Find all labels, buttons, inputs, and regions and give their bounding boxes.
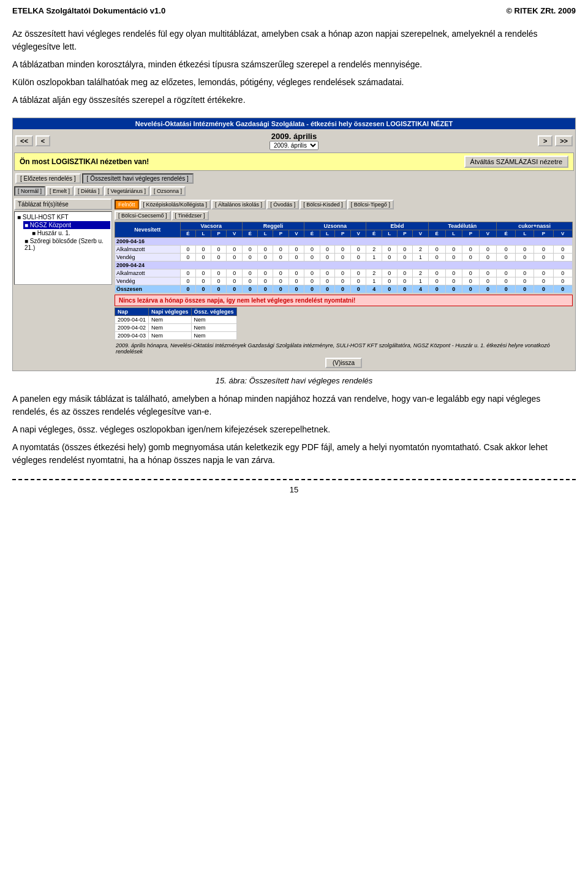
table-cell: 0 (534, 285, 553, 293)
table-cell: 0 (196, 269, 211, 277)
th-r-l2: L (258, 230, 273, 238)
table-cell: 0 (553, 285, 572, 293)
nav-prev-prev-button[interactable]: << (15, 135, 33, 146)
age-tab-tinedzser[interactable]: [ Tinédzser ] (172, 211, 209, 220)
table-cell: 0 (258, 285, 273, 293)
age-tab-bolcsi-tipego[interactable]: [ Bölcsi-Tipegő ] (347, 200, 394, 209)
table-cell: 0 (479, 246, 496, 254)
type-tabs: [ Normál ] [ Emelt ] [ Diétás ] [ Vegetá… (13, 185, 575, 197)
header-left-title: ETELKA Szolgáltatói Dokumentáció v1.0 (12, 6, 165, 15)
vissza-button[interactable]: (V)issza (325, 358, 362, 368)
th-t-v5: V (479, 230, 496, 238)
age-tab-ovoda[interactable]: [ Óvodás ] (266, 200, 299, 209)
tab-elozetes-rendeles[interactable]: [ Előzetes rendelés ] (15, 173, 81, 184)
footer-info: 2009. április hónapra, Nevelési-Oktatási… (113, 341, 574, 356)
age-tab-bolcsi-csecse[interactable]: [ Bölcsi-Csecsemő ] (115, 211, 171, 220)
table-cell: 0 (497, 246, 516, 254)
tab-osszesitett-havi[interactable]: [ Összesített havi végleges rendelés ] (82, 173, 194, 184)
table-cell: 4 (413, 285, 429, 293)
table-cell: 0 (516, 277, 534, 285)
warning-text: Nincs lezárva a hónap összes napja, így … (119, 297, 355, 304)
table-cell: 0 (258, 277, 273, 285)
table-cell: 0 (288, 254, 304, 262)
th-t-e5: É (428, 230, 445, 238)
table-cell: 0 (462, 254, 479, 262)
table-row: Alkalmazott (115, 269, 181, 277)
table-cell: 0 (180, 269, 196, 277)
table-cell: 0 (534, 246, 553, 254)
table-cell: 0 (350, 254, 366, 262)
table-cell: 0 (553, 277, 572, 285)
daily-table-container: Nap Napi végleges Össz. végleges 2009-04… (115, 307, 573, 340)
table-cell: 0 (350, 285, 366, 293)
th-r-p2: P (273, 230, 289, 238)
age-tabs-row1: Felnőtt [ Középiskolás/Kollégista ] [ Ál… (113, 198, 574, 209)
table-cell: 0 (304, 246, 320, 254)
page-header: ETELKA Szolgáltatói Dokumentáció v1.0 © … (0, 0, 588, 20)
type-tab-dietas[interactable]: [ Diétás ] (74, 186, 104, 196)
table-cell: 0 (445, 277, 462, 285)
post-text: A panelen egy másik táblázat is találhat… (12, 393, 576, 467)
tree-item-ngsz-kozpont[interactable]: ■ NGSZ Központ (23, 221, 110, 229)
table-cell: 0 (304, 254, 320, 262)
main-tabs-bar: [ Előzetes rendelés ] [ Összesített havi… (13, 172, 575, 185)
table-cell: 0 (335, 246, 351, 254)
type-tab-ozsonna[interactable]: [ Ozsonna ] (150, 186, 186, 196)
nav-next-button[interactable]: > (538, 135, 552, 146)
table-cell: 0 (445, 254, 462, 262)
type-tab-normal[interactable]: [ Normál ] (14, 186, 45, 196)
nav-prev-button[interactable]: < (36, 135, 50, 146)
table-cell: 1 (413, 277, 429, 285)
intro-para1: Az összesített havi végleges rendelés fü… (12, 28, 576, 53)
table-cell: 0 (497, 277, 516, 285)
table-cell: 0 (211, 254, 227, 262)
th-t-l5: L (445, 230, 462, 238)
table-cell: 0 (288, 246, 304, 254)
tree-item-huszar[interactable]: ■ Huszár u. 1. (31, 229, 110, 237)
daily-cell-napi: Nem (149, 324, 192, 332)
table-cell: 0 (180, 285, 196, 293)
age-tab-kozepiskola[interactable]: [ Középiskolás/Kollégista ] (140, 200, 211, 209)
nav-next-next-button[interactable]: >> (555, 135, 573, 146)
logistic-notice: Ön most LOGISZTIKAI nézetben van! Átvált… (14, 153, 574, 171)
age-tab-altalanos[interactable]: [ Általános iskolás ] (211, 200, 266, 209)
table-cell: 0 (382, 254, 397, 262)
table-cell: 0 (320, 246, 335, 254)
table-cell: 1 (366, 254, 382, 262)
th-eb-l4: L (382, 230, 397, 238)
table-cell: 0 (227, 246, 243, 254)
table-cell: 0 (534, 277, 553, 285)
type-tab-vegetariánus[interactable]: [ Vegetáriánus ] (104, 186, 150, 196)
age-tab-felnott[interactable]: Felnőtt (115, 200, 139, 209)
data-table: Nevesített Vacsora Reggeli Uzsonna Ebéd … (115, 222, 573, 293)
table-row: Összesen (115, 285, 181, 293)
table-cell: 0 (258, 269, 273, 277)
daily-cell-napi: Nem (149, 316, 192, 324)
month-select-dropdown[interactable]: 2009. április (270, 141, 318, 150)
table-cell: 0 (382, 285, 397, 293)
tree-item-suli-host[interactable]: ■ SULI-HOST KFT (16, 213, 110, 221)
th-v-v1: V (227, 230, 243, 238)
table-cell: 0 (320, 285, 335, 293)
switch-to-billing-button[interactable]: Átváltás SZÁMLÁZÁSI nézetre (464, 156, 568, 168)
th-u-l3: L (320, 230, 335, 238)
table-cell: 2 (413, 246, 429, 254)
logistic-notice-text: Ön most LOGISZTIKAI nézetben van! (20, 157, 149, 166)
nav-bar: << < 2009. április 2009. április > >> (13, 129, 575, 153)
app-screenshot: Nevelési-Oktatási Intézmények Gazdasági … (12, 118, 576, 371)
th-c-v6: V (553, 230, 572, 238)
table-cell: 1 (413, 254, 429, 262)
sidebar-tree: ■ SULI-HOST KFT ■ NGSZ Központ ■ Huszár … (14, 211, 112, 285)
table-cell: 0 (479, 269, 496, 277)
table-cell: 0 (479, 277, 496, 285)
nav-month-title: 2009. április (271, 132, 317, 141)
table-cell: 0 (196, 277, 211, 285)
type-tab-emelt[interactable]: [ Emelt ] (46, 186, 74, 196)
th-eb-e4: É (366, 230, 382, 238)
sidebar-refresh-button[interactable]: Táblázat fri(s)ítése (14, 198, 112, 210)
tree-item-szoregi[interactable]: ■ Szőregi bölcsőde (Szerb u. 21.) (23, 237, 110, 252)
table-cell: 0 (258, 254, 273, 262)
table-cell: 0 (242, 246, 258, 254)
figure-caption: 15. ábra: Összesített havi végleges rend… (12, 376, 576, 385)
age-tab-bolcsi-kisded[interactable]: [ Bölcsi-Kisded ] (300, 200, 347, 209)
